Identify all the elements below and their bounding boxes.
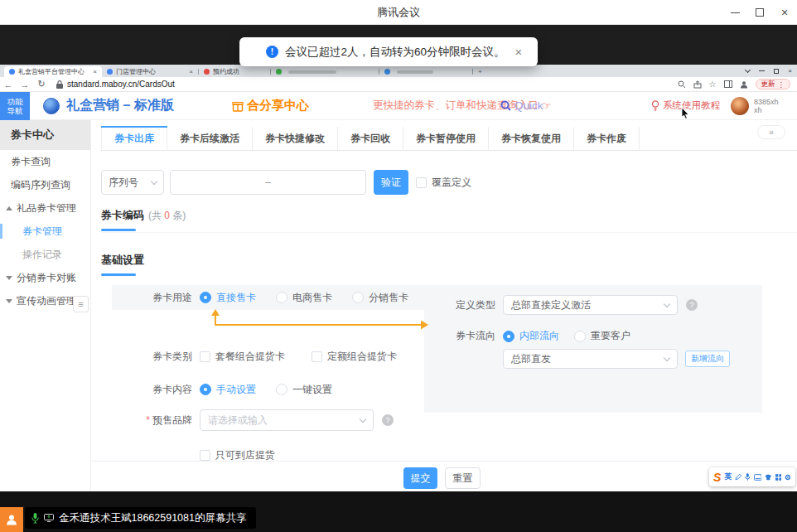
sidebar-collapse-handle[interactable]: ≡ bbox=[73, 296, 89, 312]
screen-share-badge[interactable]: 金禾通技术王斌18662591081的屏幕共享 bbox=[25, 507, 256, 529]
sidebar-item-card-management[interactable]: 券卡管理 bbox=[0, 220, 90, 243]
radio-important-customer[interactable]: 重要客户 bbox=[574, 329, 630, 343]
address-bar[interactable]: standard.maboy.cn/CardsOut bbox=[56, 80, 175, 89]
browser-tab-1[interactable]: 礼盒营销平台管理中心 × bbox=[4, 66, 102, 77]
define-type-select[interactable]: 总部直接定义激活 bbox=[503, 295, 678, 315]
skin-shirt-icon[interactable] bbox=[765, 474, 772, 481]
sidebar-item-code-sequence-query[interactable]: 编码序列查询 bbox=[0, 173, 90, 196]
radio-distribution-sale[interactable]: 分销售卡 bbox=[352, 291, 408, 305]
radio-icon[interactable] bbox=[352, 292, 364, 303]
reload-button[interactable]: ↻ bbox=[33, 79, 50, 89]
radio-icon[interactable] bbox=[276, 384, 287, 395]
radio-internal-flow[interactable]: 内部流向 bbox=[503, 329, 559, 343]
minimize-button[interactable] bbox=[722, 0, 747, 25]
side-panel-icon[interactable] bbox=[724, 80, 732, 88]
tab-label: 券卡恢复使用 bbox=[501, 132, 561, 146]
tab-card-resume[interactable]: 券卡恢复使用 bbox=[489, 127, 574, 150]
radio-checked-icon[interactable] bbox=[200, 384, 211, 395]
browser-close-button[interactable]: × bbox=[783, 65, 797, 77]
sidebar-group-gift-card-mgmt[interactable]: 礼品券卡管理 bbox=[0, 196, 90, 220]
ime-toolbar[interactable]: S 英 bbox=[709, 467, 795, 486]
chrome-update-button[interactable]: 更新 ⋮ bbox=[756, 79, 791, 89]
card-usage-label: 券卡用途 bbox=[101, 291, 192, 305]
tab-search-button[interactable] bbox=[741, 65, 755, 77]
radio-icon[interactable] bbox=[276, 292, 287, 303]
radio-checked-icon[interactable] bbox=[503, 331, 514, 342]
chevron-down-icon bbox=[151, 177, 157, 184]
tab-card-quick-edit[interactable]: 券卡快捷修改 bbox=[253, 127, 338, 150]
tab-card-recall[interactable]: 券卡回收 bbox=[338, 127, 403, 150]
user-avatar[interactable] bbox=[731, 97, 749, 115]
pen-icon[interactable] bbox=[735, 473, 741, 481]
nav-toggle-button[interactable]: 功能 导航 bbox=[0, 92, 30, 120]
tab-card-void[interactable]: 券卡作废 bbox=[574, 127, 640, 150]
serial-range-input[interactable]: – bbox=[170, 170, 366, 195]
card-content-label: 券卡内容 bbox=[101, 383, 192, 397]
tab-close-icon[interactable]: × bbox=[93, 68, 97, 75]
browser-maximize-button[interactable] bbox=[769, 65, 783, 77]
tabs-more-button[interactable]: » bbox=[757, 125, 785, 139]
sidebar-item-card-query[interactable]: 券卡查询 bbox=[0, 150, 90, 173]
checkbox-icon[interactable] bbox=[200, 351, 210, 362]
tab-label: 券卡作废 bbox=[587, 132, 626, 146]
new-tab-button[interactable]: + bbox=[473, 66, 488, 77]
browser-tab-4[interactable] bbox=[271, 66, 379, 77]
serial-type-select[interactable]: 序列号 bbox=[101, 170, 164, 195]
close-button[interactable]: × bbox=[772, 0, 797, 25]
reset-button[interactable]: 重置 bbox=[445, 467, 481, 489]
keyboard-icon[interactable] bbox=[754, 474, 762, 481]
sidebar-item-operation-log[interactable]: 操作记录 bbox=[0, 243, 90, 266]
radio-one-click-setup[interactable]: 一键设置 bbox=[276, 383, 332, 397]
radio-checked-icon[interactable] bbox=[200, 292, 211, 303]
menu-dots-icon[interactable]: ⋮ bbox=[778, 80, 785, 89]
checkbox-icon[interactable] bbox=[200, 450, 210, 461]
radio-ecommerce-sale[interactable]: 电商售卡 bbox=[276, 291, 332, 305]
toast-close-icon[interactable]: × bbox=[515, 46, 523, 58]
tab-card-activate[interactable]: 券卡后续激活 bbox=[167, 127, 253, 150]
toolbox-grid-icon[interactable] bbox=[775, 474, 782, 481]
radio-direct-sale[interactable]: 直接售卡 bbox=[200, 291, 256, 305]
sidebar-group-distribution-reconcile[interactable]: 分销券卡对账 bbox=[0, 266, 90, 289]
ime-mode-toggle[interactable]: 英 bbox=[724, 472, 732, 482]
zoom-icon[interactable] bbox=[678, 80, 686, 89]
presale-brand-select[interactable]: 请选择或输入 bbox=[200, 409, 374, 431]
site-favicon bbox=[204, 69, 210, 75]
submit-button[interactable]: 提交 bbox=[403, 467, 437, 489]
override-define-checkbox-row[interactable]: 覆盖定义 bbox=[416, 176, 471, 190]
flow-select[interactable]: 总部直发 bbox=[503, 349, 678, 369]
close-icon: × bbox=[781, 7, 788, 18]
forward-button[interactable]: → bbox=[17, 80, 33, 89]
radio-icon[interactable] bbox=[574, 331, 586, 342]
settings-wrench-icon[interactable] bbox=[785, 474, 791, 481]
share-icon[interactable] bbox=[693, 80, 702, 89]
help-icon[interactable]: ? bbox=[686, 299, 698, 311]
browser-tab-3[interactable]: 预约成功 bbox=[199, 66, 270, 77]
bookmark-star-icon[interactable]: ☆ bbox=[709, 80, 717, 89]
help-icon[interactable]: ? bbox=[382, 414, 394, 426]
checkbox-store-pickup-only[interactable]: 只可到店提货 bbox=[200, 448, 275, 462]
presale-brand-placeholder: 请选择或输入 bbox=[208, 414, 268, 428]
radio-manual-setup[interactable]: 手动设置 bbox=[200, 383, 256, 397]
tab-close-icon[interactable]: × bbox=[189, 68, 193, 75]
browser-tab-5[interactable] bbox=[379, 66, 472, 77]
tab-title-placeholder bbox=[397, 70, 433, 74]
tab-card-suspend[interactable]: 券卡暂停使用 bbox=[403, 127, 489, 150]
checkbox-icon[interactable] bbox=[416, 177, 427, 188]
quick-search-link[interactable]: Quick bbox=[500, 99, 543, 112]
verify-button[interactable]: 验证 bbox=[374, 170, 408, 195]
mic-icon[interactable] bbox=[745, 473, 751, 481]
back-button[interactable]: ← bbox=[0, 80, 17, 89]
form-footer: 提交 重置 bbox=[91, 461, 797, 491]
maximize-button[interactable] bbox=[747, 0, 772, 25]
profile-icon[interactable] bbox=[740, 80, 748, 89]
browser-tab-2[interactable]: 门店管理中心 × bbox=[102, 66, 198, 77]
checkbox-package-combo-card[interactable]: 套餐组合提货卡 bbox=[200, 350, 285, 364]
add-flow-button[interactable]: 新增流向 bbox=[685, 351, 730, 367]
browser-minimize-button[interactable] bbox=[755, 65, 769, 77]
checkbox-icon[interactable] bbox=[312, 351, 322, 362]
sogou-logo-icon[interactable]: S bbox=[713, 472, 721, 483]
user-name: 8385xh xh bbox=[754, 98, 779, 114]
tab-card-outbound[interactable]: 券卡出库 bbox=[101, 127, 167, 150]
checkbox-fixed-combo-card[interactable]: 定额组合提货卡 bbox=[312, 350, 397, 364]
share-center-link[interactable]: 合分享中心 bbox=[232, 98, 309, 114]
